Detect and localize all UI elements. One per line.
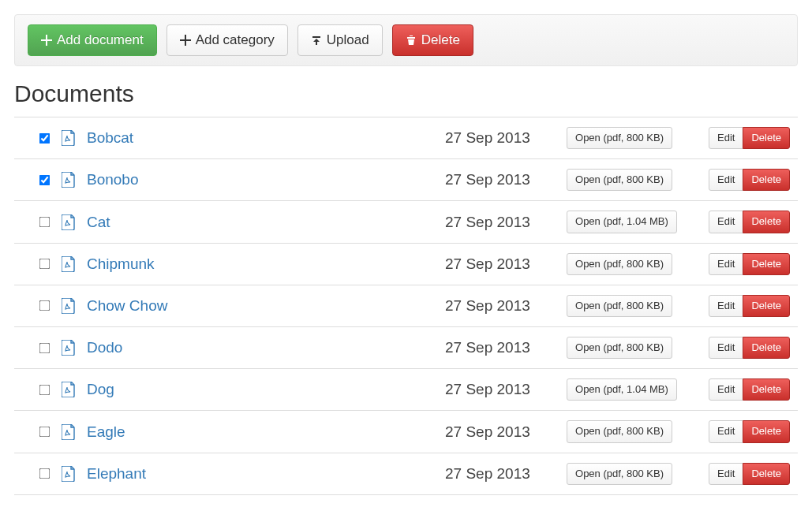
document-name-link[interactable]: Cat — [87, 214, 434, 231]
row-delete-button[interactable]: Delete — [743, 127, 790, 149]
row-checkbox[interactable] — [39, 468, 51, 479]
open-button[interactable]: Open (pdf, 800 KB) — [567, 127, 672, 149]
document-date: 27 Sep 2013 — [445, 297, 556, 315]
table-row: Chipmunk 27 Sep 2013 Open (pdf, 800 KB) … — [14, 244, 798, 285]
document-date: 27 Sep 2013 — [445, 214, 556, 231]
edit-button[interactable]: Edit — [709, 378, 743, 401]
document-name-link[interactable]: Dog — [87, 381, 434, 398]
row-checkbox[interactable] — [39, 217, 51, 228]
edit-button[interactable]: Edit — [709, 211, 743, 233]
document-name-link[interactable]: Chipmunk — [87, 255, 434, 273]
table-row: Dog 27 Sep 2013 Open (pdf, 1.04 MB) Edit… — [14, 369, 798, 411]
add-category-label: Add category — [196, 32, 275, 49]
edit-button[interactable]: Edit — [709, 253, 743, 275]
plus-icon — [41, 35, 52, 46]
row-checkbox[interactable] — [39, 384, 51, 395]
document-date: 27 Sep 2013 — [445, 255, 556, 273]
table-row: Elephant 27 Sep 2013 Open (pdf, 800 KB) … — [14, 453, 798, 495]
open-button[interactable]: Open (pdf, 800 KB) — [567, 420, 672, 442]
edit-button[interactable]: Edit — [709, 337, 743, 359]
open-button[interactable]: Open (pdf, 1.04 MB) — [567, 211, 677, 233]
row-delete-button[interactable]: Delete — [743, 463, 790, 485]
row-checkbox-wrap — [36, 173, 51, 188]
row-checkbox-wrap — [36, 382, 51, 397]
open-button[interactable]: Open (pdf, 800 KB) — [567, 463, 672, 485]
open-button[interactable]: Open (pdf, 800 KB) — [567, 337, 672, 359]
document-name-link[interactable]: Bonobo — [87, 171, 434, 188]
table-row: Bonobo 27 Sep 2013 Open (pdf, 800 KB) Ed… — [14, 159, 798, 201]
row-delete-button[interactable]: Delete — [743, 295, 790, 317]
pdf-icon — [62, 172, 76, 188]
edit-button[interactable]: Edit — [709, 295, 743, 317]
open-button[interactable]: Open (pdf, 1.04 MB) — [567, 378, 677, 401]
delete-label: Delete — [421, 32, 460, 49]
row-delete-button[interactable]: Delete — [743, 378, 790, 401]
page-title: Documents — [14, 80, 798, 107]
document-name-link[interactable]: Chow Chow — [87, 297, 434, 315]
document-date: 27 Sep 2013 — [445, 339, 556, 356]
document-date: 27 Sep 2013 — [445, 465, 556, 483]
row-checkbox[interactable] — [39, 427, 51, 438]
edit-button[interactable]: Edit — [709, 420, 743, 442]
document-name-link[interactable]: Bobcat — [87, 129, 434, 147]
row-checkbox-wrap — [36, 131, 51, 146]
row-delete-button[interactable]: Delete — [743, 253, 790, 275]
row-delete-button[interactable]: Delete — [743, 337, 790, 359]
row-delete-button[interactable]: Delete — [743, 169, 790, 191]
pdf-icon — [62, 424, 76, 440]
document-date: 27 Sep 2013 — [445, 171, 556, 188]
row-checkbox[interactable] — [39, 342, 51, 353]
document-name-link[interactable]: Elephant — [87, 465, 434, 483]
table-row: Chow Chow 27 Sep 2013 Open (pdf, 800 KB)… — [14, 285, 798, 327]
plus-icon — [180, 35, 191, 46]
add-document-button[interactable]: Add document — [28, 24, 157, 56]
add-category-button[interactable]: Add category — [167, 24, 288, 56]
document-name-link[interactable]: Eagle — [87, 423, 434, 441]
upload-label: Upload — [327, 32, 369, 49]
row-checkbox-wrap — [36, 466, 51, 481]
pdf-icon — [62, 130, 76, 146]
document-list: Bobcat 27 Sep 2013 Open (pdf, 800 KB) Ed… — [14, 117, 798, 495]
upload-icon — [311, 35, 322, 46]
row-checkbox-wrap — [36, 424, 51, 439]
document-date: 27 Sep 2013 — [445, 129, 556, 147]
row-checkbox[interactable] — [39, 300, 51, 311]
upload-button[interactable]: Upload — [297, 24, 383, 56]
row-checkbox-wrap — [36, 256, 51, 271]
table-row: Cat 27 Sep 2013 Open (pdf, 1.04 MB) Edit… — [14, 201, 798, 243]
delete-button[interactable]: Delete — [392, 24, 473, 56]
toolbar: Add document Add category Upload Delete — [14, 14, 798, 66]
pdf-icon — [62, 340, 76, 356]
table-row: Dodo 27 Sep 2013 Open (pdf, 800 KB) Edit… — [14, 327, 798, 369]
document-date: 27 Sep 2013 — [445, 423, 556, 441]
pdf-icon — [62, 256, 76, 272]
edit-button[interactable]: Edit — [709, 463, 743, 485]
document-name-link[interactable]: Dodo — [87, 339, 434, 356]
row-checkbox-wrap — [36, 341, 51, 356]
pdf-icon — [62, 382, 76, 397]
row-checkbox-wrap — [36, 214, 51, 229]
row-checkbox[interactable] — [39, 259, 51, 270]
table-row: Eagle 27 Sep 2013 Open (pdf, 800 KB) Edi… — [14, 411, 798, 453]
open-button[interactable]: Open (pdf, 800 KB) — [567, 295, 672, 317]
pdf-icon — [62, 298, 76, 314]
row-delete-button[interactable]: Delete — [743, 420, 790, 442]
open-button[interactable]: Open (pdf, 800 KB) — [567, 169, 672, 191]
trash-icon — [406, 35, 417, 46]
row-checkbox[interactable] — [39, 132, 51, 144]
open-button[interactable]: Open (pdf, 800 KB) — [567, 253, 672, 275]
add-document-label: Add document — [57, 32, 144, 49]
table-row: Bobcat 27 Sep 2013 Open (pdf, 800 KB) Ed… — [14, 117, 798, 159]
row-checkbox-wrap — [36, 298, 51, 313]
document-date: 27 Sep 2013 — [445, 381, 556, 398]
edit-button[interactable]: Edit — [709, 127, 743, 149]
edit-button[interactable]: Edit — [709, 169, 743, 191]
pdf-icon — [62, 214, 76, 230]
row-delete-button[interactable]: Delete — [743, 211, 790, 233]
pdf-icon — [62, 466, 76, 482]
row-checkbox[interactable] — [39, 175, 51, 186]
